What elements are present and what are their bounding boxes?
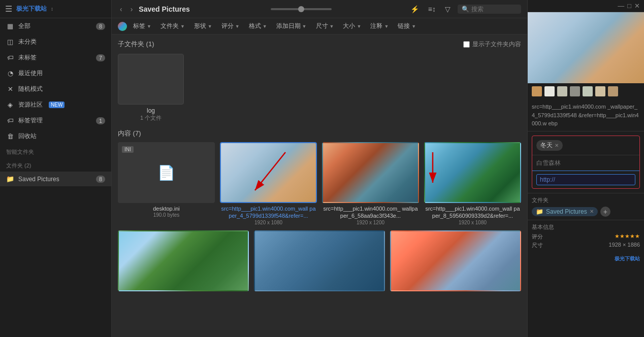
sidebar-item-random[interactable]: ✕ 随机模式 (0, 81, 111, 97)
folder-section: 文件夹 📁 Saved Pictures ✕ + (528, 193, 644, 220)
filter-dimension-arrow: ▼ (330, 24, 334, 29)
forward-button[interactable]: › (128, 4, 135, 14)
filter-folder-arrow: ▼ (180, 24, 185, 29)
link-input[interactable] (536, 174, 635, 185)
color-swatches (528, 83, 644, 99)
sidebar-label-tag-mgmt: 标签管理 (18, 116, 43, 125)
hamburger-icon[interactable]: ☰ (5, 4, 12, 14)
saved-pictures-badge: 8 (96, 176, 105, 183)
basic-info-title: 基本信息 (532, 223, 640, 231)
sidebar-item-unclassified[interactable]: ◫ 未分类 (0, 34, 111, 50)
file-card-desktop-ini[interactable]: INI 📄 desktop.ini 190.0 bytes (118, 142, 215, 225)
file-thumb-valley (118, 230, 249, 291)
minimize-button[interactable]: — (618, 2, 624, 10)
ini-badge: INI (122, 146, 134, 153)
sidebar-item-recent[interactable]: ◔ 最近使用 (0, 65, 111, 81)
swatch-1[interactable] (532, 86, 542, 96)
file-thumb-fjord (254, 230, 385, 291)
filter-format[interactable]: 格式 ▼ (246, 21, 270, 31)
community-badge-new: NEW (49, 102, 65, 108)
folder-card-log[interactable]: log 1 个文件 (118, 54, 184, 122)
search-box[interactable]: 🔍 (458, 5, 521, 14)
sidebar-label-random: 随机模式 (18, 85, 43, 93)
close-button[interactable]: ✕ (634, 2, 640, 10)
swatch-4[interactable] (570, 86, 580, 96)
filter-folder-text: 文件夹 (160, 22, 179, 30)
content-header: 内容 (7) (118, 129, 521, 138)
maximize-button[interactable]: □ (627, 2, 631, 10)
trash-icon: 🗑 (6, 132, 14, 140)
filter-folder[interactable]: 文件夹 ▼ (157, 21, 188, 31)
tag-input[interactable] (536, 158, 635, 167)
filter-link[interactable]: 链接 ▼ (395, 21, 419, 31)
filter-link-arrow: ▼ (411, 24, 416, 29)
file-card-winter[interactable]: src=http___pic1.win4000.com_wall paper_4… (220, 142, 317, 225)
swatch-3[interactable] (557, 86, 567, 96)
swatch-7[interactable] (608, 86, 618, 96)
filter-filesize[interactable]: 大小 ▼ (340, 21, 364, 31)
filter-date-text: 添加日期 (276, 22, 301, 30)
filter-format-text: 格式 (249, 22, 261, 30)
filter-dimension-text: 尺寸 (316, 22, 328, 30)
untagged-icon: 🏷 (6, 54, 14, 61)
file-name-mountain: src=http___pic1.win4000.com_ wallpaper_6… (322, 205, 419, 220)
filter-icon[interactable]: ▽ (443, 4, 453, 14)
sidebar-item-untagged[interactable]: 🏷 未标签 7 (0, 50, 111, 65)
filter-dimension[interactable]: 尺寸 ▼ (313, 21, 337, 31)
file-card-forest[interactable]: src=http___pic1.win4000.com_wall paper_8… (424, 142, 521, 225)
back-button[interactable]: ‹ (118, 4, 124, 14)
filter-label[interactable]: 标签 ▼ (130, 21, 154, 31)
right-panel: — □ ✕ src=http___pic1.win4000.com _wallp… (527, 0, 644, 337)
swatch-6[interactable] (595, 86, 605, 96)
sidebar-item-community[interactable]: ◈ 资源社区 NEW (0, 97, 111, 113)
sidebar-header: ☰ 极光下载站 ↕ (0, 0, 111, 18)
files-row-1-container: INI 📄 desktop.ini 190.0 bytes src=http__… (118, 142, 521, 225)
sort-icon[interactable]: ≡↕ (426, 4, 438, 14)
tag-section: 冬天 ✕ (532, 136, 640, 189)
folder-chip-close[interactable]: ✕ (590, 209, 594, 214)
file-card-fjord[interactable] (254, 230, 385, 291)
basic-info-section: 基本信息 评分 ★★★★★ 尺寸 1928 × 1886 (528, 220, 644, 253)
filter-rating[interactable]: 评分 ▼ (218, 21, 243, 31)
watermark: 极光下载站 (528, 253, 644, 264)
subfolder-label[interactable]: 子文件夹 (1) (118, 40, 154, 49)
sidebar-item-saved-pictures[interactable]: 📁 Saved Pictures 8 (0, 172, 111, 186)
folder-section-title: 文件夹 (532, 196, 640, 204)
sidebar-item-all[interactable]: ▦ 全部 8 (0, 18, 111, 34)
folder-section-label: 文件夹 (2) (0, 158, 111, 172)
rating-label: 评分 (532, 233, 543, 241)
swatch-2[interactable] (544, 86, 555, 96)
file-card-waterfall[interactable] (390, 230, 521, 291)
folder-chip-name: Saved Pictures (546, 208, 587, 215)
sidebar-item-tag-mgmt[interactable]: 🏷 标签管理 1 (0, 113, 111, 128)
filter-shape[interactable]: 形状 ▼ (191, 21, 215, 31)
tag-chip-winter[interactable]: 冬天 ✕ (536, 140, 563, 151)
file-name-ini: desktop.ini (118, 205, 215, 212)
filter-shape-text: 形状 (194, 22, 206, 30)
search-input[interactable] (471, 6, 517, 13)
flash-icon[interactable]: ⚡ (408, 4, 421, 14)
doc-icon: 📄 (157, 164, 175, 181)
zoom-slider[interactable] (198, 8, 404, 10)
right-panel-topbar: — □ ✕ (528, 0, 644, 12)
add-folder-button[interactable]: + (600, 207, 610, 217)
show-content-input[interactable] (463, 41, 470, 48)
swatch-5[interactable] (583, 86, 593, 96)
tag-chip-close[interactable]: ✕ (555, 143, 559, 148)
file-card-valley[interactable] (118, 230, 249, 291)
folder-tag-row: 📁 Saved Pictures ✕ + (532, 207, 640, 217)
file-dims-forest: 1920 x 1080 (424, 220, 521, 225)
folder-count-label: 文件夹 (2) (6, 162, 31, 168)
slider-thumb (298, 6, 304, 12)
file-card-mountain[interactable]: src=http___pic1.win4000.com_ wallpaper_6… (322, 142, 419, 225)
filter-date[interactable]: 添加日期 ▼ (273, 21, 310, 31)
tag-row: 冬天 ✕ (532, 136, 639, 155)
show-content-checkbox[interactable]: 显示子文件夹内容 (463, 40, 521, 49)
folder-icon: 📁 (6, 175, 14, 183)
content-count-label: 内容 (7) (118, 129, 141, 137)
color-filter-dot[interactable] (118, 22, 127, 31)
filterbar: 标签 ▼ 文件夹 ▼ 形状 ▼ 评分 ▼ 格式 ▼ 添加日期 ▼ 尺寸 ▼ 大小 (112, 18, 527, 35)
folder-chip-saved[interactable]: 📁 Saved Pictures ✕ (532, 207, 598, 216)
filter-notes[interactable]: 注释 ▼ (367, 21, 392, 31)
sidebar-item-trash[interactable]: 🗑 回收站 (0, 128, 111, 144)
